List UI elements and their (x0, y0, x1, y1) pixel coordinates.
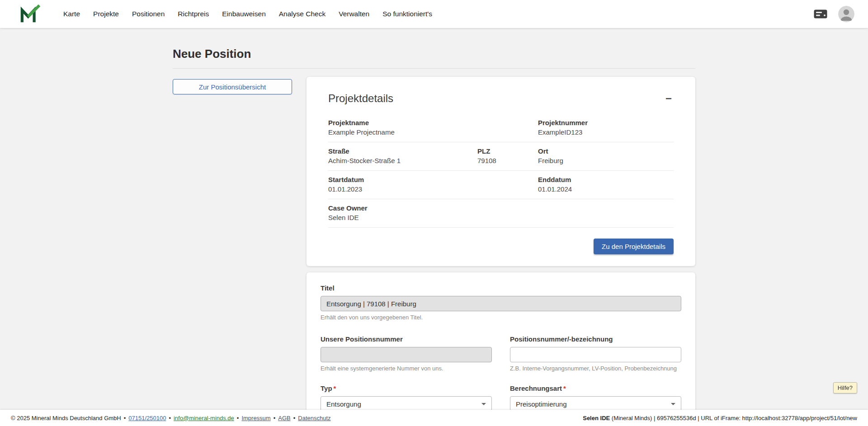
field-value: ExampleID123 (538, 128, 674, 136)
field-label: Projektnummer (538, 119, 674, 126)
berechnungsart-select[interactable]: Preisoptimierung (510, 396, 681, 410)
field-value: Freiburg (538, 157, 674, 164)
field-value: 79108 (477, 157, 538, 164)
email-link[interactable]: info@mineral-minds.de (174, 415, 234, 421)
field-value: Achim-Stocker-Straße 1 (328, 157, 477, 164)
agb-link[interactable]: AGB (278, 415, 290, 421)
footer: © 2025 Mineral Minds Deutschland GmbH • … (0, 410, 868, 426)
positionsnummer-input[interactable] (510, 347, 681, 362)
berechnungsart-field-group: Berechnungsart* Preisoptimierung Wählen … (510, 384, 681, 410)
berechnungsart-select-value: Preisoptimierung (516, 400, 567, 408)
table-row: Case Owner Selen IDE (328, 199, 674, 228)
session-info: Selen IDE (Mineral Minds) | 69576255536d… (583, 415, 857, 421)
phone-link[interactable]: 07151/250100 (128, 415, 166, 421)
footer-links: © 2025 Mineral Minds Deutschland GmbH • … (11, 415, 331, 421)
unsere-positionsnummer-field-group: Unsere Positionsnummer Erhält eine syste… (321, 335, 492, 372)
required-asterisk: * (334, 384, 336, 392)
positionsnummer-helper-text: Z.B. Interne-Vorgangsnummer, LV-Position… (510, 365, 681, 372)
titel-label: Titel (321, 284, 681, 292)
separator: • (124, 415, 126, 421)
field-value: 01.01.2023 (328, 185, 538, 193)
titel-field-group: Titel Erhält den von uns vorgegebenen Ti… (321, 284, 681, 321)
field-plz: PLZ 79108 (477, 147, 538, 164)
nav-item-projekte[interactable]: Projekte (93, 10, 119, 18)
field-value: Example Projectname (328, 128, 538, 136)
main-content: Neue Position Zur Positionsübersicht Pro… (0, 28, 868, 410)
field-strasse: Straße Achim-Stocker-Straße 1 (328, 147, 477, 164)
separator: • (274, 415, 276, 421)
field-ort: Ort Freiburg (538, 147, 674, 164)
field-startdatum: Startdatum 01.01.2023 (328, 176, 538, 193)
positionsnummer-field-group: Positionsnummer/-bezeichnung Z.B. Intern… (510, 335, 681, 372)
go-to-project-details-button[interactable]: Zu den Projektdetails (594, 239, 674, 254)
server-icon[interactable] (814, 9, 827, 19)
nav-item-einbauweisen[interactable]: Einbauweisen (222, 10, 266, 18)
berechnungsart-label: Berechnungsart* (510, 384, 681, 392)
project-details-title: Projektdetails (328, 92, 393, 105)
title-divider (173, 68, 695, 69)
field-case-owner: Case Owner Selen IDE (328, 204, 674, 221)
field-label: Startdatum (328, 176, 538, 183)
chevron-down-icon (481, 403, 486, 405)
table-row: Startdatum 01.01.2023 Enddatum 01.01.202… (328, 171, 674, 199)
field-label: PLZ (477, 147, 538, 155)
required-asterisk: * (563, 384, 566, 392)
field-enddatum: Enddatum 01.01.2024 (538, 176, 674, 193)
unsere-positionsnummer-label: Unsere Positionsnummer (321, 335, 492, 343)
field-value: Selen IDE (328, 214, 674, 221)
separator: • (169, 415, 171, 421)
datenschutz-link[interactable]: Datenschutz (298, 415, 330, 421)
table-row: Straße Achim-Stocker-Straße 1 PLZ 79108 … (328, 142, 674, 171)
field-label: Enddatum (538, 176, 674, 183)
new-position-form-card: Titel Erhält den von uns vorgegebenen Ti… (307, 272, 695, 410)
titel-input (321, 296, 681, 311)
impressum-link[interactable]: Impressum (241, 415, 270, 421)
project-details-card: Projektdetails − Projektname Example Pro… (307, 77, 695, 266)
nav-right-actions (814, 6, 854, 22)
back-to-position-overview-button[interactable]: Zur Positionsübersicht (173, 79, 292, 94)
nav-item-analyse-check[interactable]: Analyse Check (279, 10, 326, 18)
table-row: Projektname Example Projectname Projektn… (328, 114, 674, 142)
typ-select[interactable]: Entsorgung (321, 396, 492, 410)
field-projektnummer: Projektnummer ExampleID123 (538, 119, 674, 136)
field-projektname: Projektname Example Projectname (328, 119, 538, 136)
nav-item-karte[interactable]: Karte (63, 10, 80, 18)
session-details: (Mineral Minds) | 69576255536d | URL of … (610, 415, 857, 421)
separator: • (237, 415, 239, 421)
separator: • (293, 415, 296, 421)
user-avatar[interactable] (838, 6, 854, 22)
mineral-minds-logo-icon[interactable] (20, 4, 42, 24)
field-label: Projektname (328, 119, 538, 126)
nav-item-so-funktionierts[interactable]: So funktioniert's (382, 10, 432, 18)
typ-field-group: Typ* Entsorgung Wählen Sie hier die Art … (321, 384, 492, 410)
field-label: Case Owner (328, 204, 674, 212)
project-details-table: Projektname Example Projectname Projektn… (328, 114, 674, 228)
nav-item-positionen[interactable]: Positionen (132, 10, 165, 18)
main-nav: Karte Projekte Positionen Richtpreis Ein… (63, 10, 432, 18)
nav-item-richtpreis[interactable]: Richtpreis (178, 10, 209, 18)
unsere-positionsnummer-input (321, 347, 492, 362)
nav-item-verwalten[interactable]: Verwalten (339, 10, 369, 18)
titel-helper-text: Erhält den von uns vorgegebenen Titel. (321, 314, 681, 321)
copyright-text: © 2025 Mineral Minds Deutschland GmbH (11, 415, 121, 421)
typ-select-value: Entsorgung (326, 400, 361, 408)
typ-label: Typ* (321, 384, 492, 392)
positionsnummer-label: Positionsnummer/-bezeichnung (510, 335, 681, 343)
field-label: Ort (538, 147, 674, 155)
unsere-positionsnummer-helper-text: Erhält eine systemgenerierte Nummer von … (321, 365, 492, 372)
page-title: Neue Position (173, 47, 695, 61)
help-button[interactable]: Hilfe? (833, 382, 857, 393)
chevron-down-icon (671, 403, 675, 405)
session-user: Selen IDE (583, 415, 610, 421)
field-value: 01.01.2024 (538, 185, 674, 193)
field-label: Straße (328, 147, 477, 155)
top-nav: Karte Projekte Positionen Richtpreis Ein… (0, 0, 868, 28)
collapse-card-button[interactable]: − (664, 93, 674, 104)
